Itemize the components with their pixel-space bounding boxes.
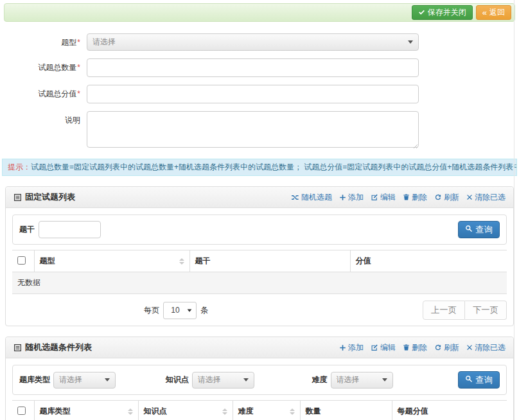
description-row: 说明 — [0, 111, 519, 150]
shuffle-icon — [291, 194, 299, 201]
sort-icon[interactable] — [222, 408, 227, 415]
edit-button[interactable]: 编辑 — [371, 192, 396, 203]
select-all-checkbox[interactable] — [17, 256, 26, 265]
column-header-stem: 题干 — [189, 250, 350, 272]
bank-type-filter: 题库类型 请选择 — [19, 372, 166, 389]
refresh-icon — [434, 344, 442, 351]
knowledge-point-select-value: 请选择 — [198, 374, 243, 385]
panel-title: 固定试题列表 — [25, 191, 75, 203]
fixed-panel-query-button[interactable]: 查询 — [458, 221, 500, 238]
random-select-label: 随机选题 — [301, 192, 332, 203]
list-icon — [13, 193, 22, 202]
fixed-questions-panel: 固定试题列表 随机选题 添加 编辑 删除 刷新 — [5, 186, 514, 326]
tip-prefix: 提示： — [8, 162, 31, 171]
fixed-panel-toolbar: 随机选题 添加 编辑 删除 刷新 清除已选 — [291, 192, 506, 203]
pager-buttons: 上一页 下一页 — [423, 301, 507, 320]
delete-button[interactable]: 删除 — [403, 342, 427, 353]
refresh-button[interactable]: 刷新 — [434, 192, 459, 203]
select-all-header — [12, 401, 34, 420]
select-all-header — [12, 250, 34, 272]
bank-type-label: 题库类型 — [19, 374, 50, 385]
add-label: 添加 — [348, 342, 364, 353]
clear-selected-label: 清除已选 — [475, 342, 506, 353]
description-label: 说明 — [0, 111, 87, 150]
random-conditions-panel-header: 随机选题条件列表 添加 编辑 删除 刷新 清除已选 — [6, 337, 513, 358]
panel-title: 随机选题条件列表 — [25, 342, 92, 353]
fixed-panel-pager: 每页 10 条 上一页 下一页 — [12, 301, 507, 319]
total-count-label: 试题总数量* — [0, 58, 87, 77]
table-header-row: 题库类型 知识点 难度 数量 每题分值 — [12, 401, 507, 420]
select-all-checkbox[interactable] — [17, 407, 26, 415]
sort-icon[interactable] — [179, 258, 184, 265]
prev-page-button[interactable]: 上一页 — [423, 301, 465, 320]
delete-button[interactable]: 删除 — [403, 192, 427, 203]
question-type-select[interactable]: 请选择 — [87, 33, 419, 51]
chevron-down-icon — [382, 378, 387, 381]
back-button[interactable]: « 返回 — [476, 5, 511, 20]
delete-label: 删除 — [412, 342, 427, 353]
difficulty-select[interactable]: 请选择 — [331, 372, 393, 389]
next-page-button[interactable]: 下一页 — [465, 301, 507, 320]
column-header-score: 分值 — [350, 250, 507, 272]
difficulty-select-value: 请选择 — [337, 374, 382, 385]
refresh-button[interactable]: 刷新 — [434, 342, 459, 353]
per-page-prefix: 每页 — [144, 305, 159, 316]
random-panel-filter-form: 题库类型 请选择 知识点 请选择 难度 请选择 — [12, 365, 507, 395]
edit-icon — [371, 193, 378, 201]
sort-icon[interactable] — [290, 408, 295, 415]
save-and-close-button[interactable]: 保存并关闭 — [412, 5, 473, 20]
add-button[interactable]: 添加 — [339, 342, 364, 353]
stem-search-input[interactable] — [39, 221, 101, 238]
clear-selected-button[interactable]: 清除已选 — [466, 192, 506, 203]
plus-icon — [339, 344, 346, 351]
edit-label: 编辑 — [380, 192, 396, 203]
random-conditions-panel: 随机选题条件列表 添加 编辑 删除 刷新 清除已选 — [5, 337, 514, 420]
edit-button[interactable]: 编辑 — [371, 342, 396, 353]
no-data-text: 无数据 — [12, 272, 507, 294]
page-size-value: 10 — [168, 306, 183, 315]
fixed-panel-body: 题干 查询 题型 题干 分值 — [6, 208, 513, 326]
knowledge-point-filter: 知识点 请选择 — [166, 372, 312, 389]
table-header-row: 题型 题干 分值 — [12, 250, 507, 272]
random-conditions-table: 题库类型 知识点 难度 数量 每题分值 — [12, 400, 507, 420]
fixed-panel-search-form: 题干 查询 — [12, 214, 507, 245]
scrollbar-track — [514, 0, 515, 420]
column-header-difficulty[interactable]: 难度 — [233, 401, 300, 420]
random-panel-query-button[interactable]: 查询 — [458, 371, 500, 389]
description-field[interactable] — [87, 111, 419, 148]
column-header-question-type[interactable]: 题型 — [34, 250, 189, 272]
tip-bar: 提示：试题总数量=固定试题列表中的试题总数量+随机选题条件列表中的试题总数量； … — [2, 159, 517, 176]
empty-row: 无数据 — [12, 272, 507, 294]
chevron-down-icon — [408, 40, 413, 44]
fixed-questions-table: 题型 题干 分值 无数据 — [12, 250, 507, 294]
list-icon — [13, 344, 22, 352]
column-header-knowledge-point[interactable]: 知识点 — [138, 401, 233, 420]
sort-icon[interactable] — [128, 408, 133, 415]
check-icon — [418, 9, 425, 16]
add-button[interactable]: 添加 — [339, 192, 364, 203]
page-size-select[interactable]: 10 — [163, 302, 197, 319]
trash-icon — [403, 193, 410, 201]
chevron-down-icon — [243, 378, 249, 381]
edit-label: 编辑 — [380, 342, 396, 353]
query-label: 查询 — [475, 374, 493, 386]
fixed-questions-panel-header: 固定试题列表 随机选题 添加 编辑 删除 刷新 — [6, 187, 513, 208]
refresh-label: 刷新 — [444, 192, 459, 203]
bank-type-select[interactable]: 请选择 — [53, 372, 116, 389]
back-label: 返回 — [489, 7, 505, 18]
column-header-bank-type[interactable]: 题库类型 — [34, 401, 138, 420]
total-count-field[interactable] — [87, 58, 419, 77]
chevron-down-icon — [105, 378, 110, 381]
search-icon — [465, 375, 473, 385]
total-score-field[interactable] — [87, 85, 419, 103]
knowledge-point-select[interactable]: 请选择 — [192, 372, 254, 389]
refresh-label: 刷新 — [444, 342, 459, 353]
clear-selected-button[interactable]: 清除已选 — [466, 342, 506, 353]
question-type-row: 题型* 请选择 — [0, 33, 519, 51]
per-page-suffix: 条 — [200, 305, 208, 316]
close-icon — [466, 344, 473, 351]
random-panel-body: 题库类型 请选择 知识点 请选择 难度 请选择 — [6, 358, 513, 420]
save-and-close-label: 保存并关闭 — [428, 7, 466, 18]
edit-icon — [371, 344, 378, 351]
random-select-button[interactable]: 随机选题 — [291, 192, 332, 203]
